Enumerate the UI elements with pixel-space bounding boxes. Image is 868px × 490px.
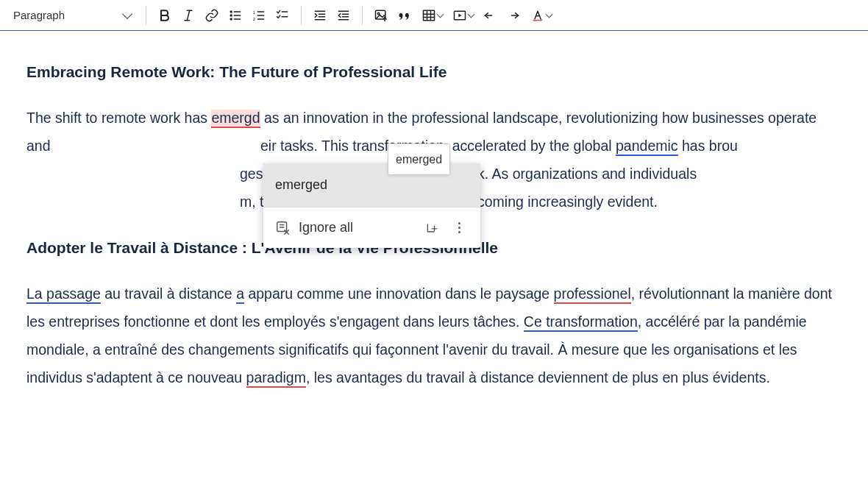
spell-error[interactable]: emergd bbox=[211, 110, 260, 128]
block-type-select[interactable]: Paragraph bbox=[6, 4, 138, 26]
grammar-error[interactable]: pandemic bbox=[616, 138, 678, 156]
editor-content[interactable]: Embracing Remote Work: The Future of Pro… bbox=[0, 31, 868, 391]
more-options-button[interactable] bbox=[449, 219, 469, 238]
chevron-down-icon bbox=[467, 10, 474, 18]
add-to-dictionary-button[interactable] bbox=[423, 219, 442, 238]
svg-point-4 bbox=[230, 15, 232, 16]
spell-error[interactable]: paradigm bbox=[246, 369, 306, 388]
table-button[interactable] bbox=[417, 4, 447, 26]
image-button[interactable] bbox=[370, 4, 392, 26]
separator bbox=[146, 6, 146, 25]
todo-list-button[interactable] bbox=[271, 4, 294, 26]
link-button[interactable] bbox=[201, 4, 223, 26]
svg-line-2 bbox=[187, 10, 189, 20]
bold-button[interactable] bbox=[154, 4, 176, 26]
block-type-label: Paragraph bbox=[13, 9, 65, 21]
chevron-down-icon bbox=[436, 10, 444, 18]
svg-text:1: 1 bbox=[253, 10, 255, 14]
separator bbox=[301, 6, 302, 25]
undo-button[interactable] bbox=[479, 4, 501, 26]
spell-error[interactable]: professionel bbox=[554, 285, 631, 304]
svg-rect-27 bbox=[423, 10, 434, 20]
tooltip: emerged bbox=[388, 143, 450, 175]
redo-button[interactable] bbox=[502, 4, 524, 26]
separator bbox=[362, 6, 363, 25]
indent-button[interactable] bbox=[309, 4, 331, 26]
svg-point-3 bbox=[230, 11, 232, 13]
text-style-button[interactable] bbox=[526, 4, 555, 26]
svg-point-5 bbox=[230, 18, 232, 20]
svg-marker-33 bbox=[458, 13, 461, 17]
grammar-error[interactable]: Ce transformation bbox=[524, 313, 638, 332]
chevron-down-icon bbox=[545, 10, 552, 18]
numbered-list-button[interactable]: 12 bbox=[248, 4, 270, 26]
media-button[interactable] bbox=[448, 4, 477, 26]
italic-button[interactable] bbox=[177, 4, 199, 26]
heading-1: Embracing Remote Work: The Future of Pro… bbox=[26, 57, 842, 88]
editor-toolbar: Paragraph 12 bbox=[0, 0, 868, 31]
outdent-button[interactable] bbox=[332, 4, 355, 26]
bullet-list-button[interactable] bbox=[224, 4, 246, 26]
blockquote-button[interactable] bbox=[394, 4, 416, 26]
chevron-down-icon bbox=[122, 8, 132, 18]
ignore-icon bbox=[275, 220, 291, 236]
grammar-error[interactable]: La passage bbox=[26, 285, 101, 304]
spellcheck-popup: emerged Ignore all bbox=[263, 163, 480, 248]
svg-point-25 bbox=[377, 13, 380, 15]
ignore-all-button[interactable]: Ignore all bbox=[299, 215, 353, 241]
paragraph-2: La passage au travail à distance a appar… bbox=[26, 280, 842, 391]
svg-text:2: 2 bbox=[253, 16, 255, 21]
grammar-error[interactable]: a bbox=[236, 285, 244, 304]
